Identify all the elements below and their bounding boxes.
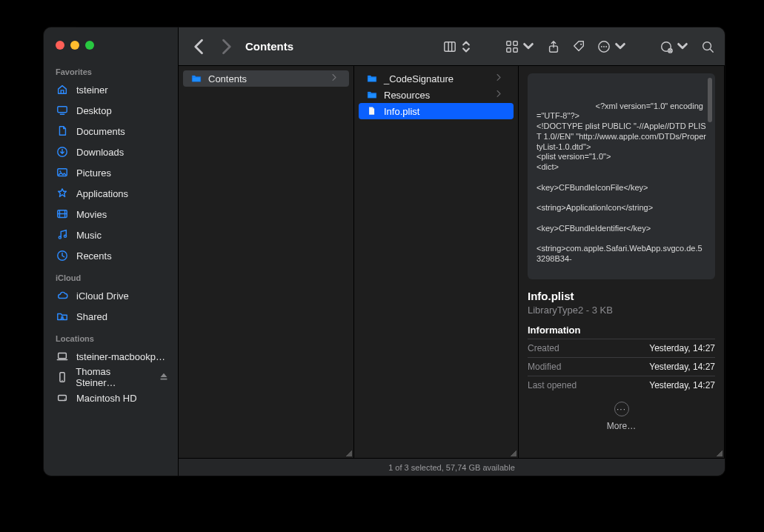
info-value: Yesterday, 14:27 (649, 343, 715, 353)
sidebar-item[interactable]: Pictures (44, 162, 178, 183)
sidebar-item[interactable]: Thomas Steiner… (44, 367, 178, 388)
svg-point-11 (62, 380, 62, 381)
finder-window: FavoriteststeinerDesktopDocumentsDownloa… (44, 27, 725, 476)
folder-row[interactable]: _CodeSignature (359, 70, 514, 87)
svg-point-3 (59, 170, 61, 172)
toolbar: Contents (179, 27, 725, 66)
sidebar-item-label: Applications (76, 188, 128, 199)
download-icon (56, 145, 69, 159)
image-icon (56, 166, 69, 179)
info-row: CreatedYesterday, 14:27 (528, 339, 715, 357)
close-window-button[interactable] (56, 41, 64, 50)
info-key: Modified (528, 362, 561, 372)
sidebar-item[interactable]: Movies (44, 204, 178, 225)
more-label[interactable]: More… (607, 421, 636, 431)
folder-shared-icon (56, 310, 69, 323)
svg-rect-17 (507, 47, 511, 51)
column-2[interactable]: _CodeSignatureResourcesInfo.plist (354, 66, 519, 458)
sidebar-item[interactable]: Recents (44, 245, 178, 266)
group-by-button[interactable] (505, 40, 535, 53)
window-controls (44, 38, 178, 61)
svg-rect-0 (58, 107, 67, 113)
column-view: Contents _CodeSignatureResourcesInfo.pli… (179, 66, 725, 458)
file-subtitle: LibraryType2 - 3 KB (528, 305, 715, 316)
file-preview[interactable]: <?xml version="1.0" encoding="UTF-8"?> <… (528, 73, 715, 279)
sidebar-section-title: Locations (44, 331, 178, 346)
movie-icon (56, 207, 69, 221)
eject-icon[interactable] (158, 370, 170, 384)
svg-point-24 (605, 46, 607, 47)
sidebar-item[interactable]: Shared (44, 306, 178, 327)
sidebar-item[interactable]: Desktop (44, 100, 178, 121)
sidebar-item[interactable]: Documents (44, 121, 178, 142)
info-key: Created (528, 343, 559, 353)
status-text: 1 of 3 selected, 57,74 GB available (388, 463, 515, 472)
row-label: Info.plist (384, 106, 419, 117)
svg-point-5 (59, 236, 61, 239)
info-heading: Information (528, 325, 715, 336)
row-label: Resources (384, 90, 430, 101)
hdd-icon (56, 391, 69, 405)
sidebar: FavoriteststeinerDesktopDocumentsDownloa… (44, 27, 179, 476)
sidebar-item-label: Thomas Steiner… (76, 366, 150, 388)
svg-point-6 (64, 235, 66, 237)
folder-row[interactable]: Contents (183, 70, 349, 87)
sidebar-item[interactable]: Music (44, 225, 178, 245)
chevron-right-icon (330, 73, 342, 84)
file-row[interactable]: Info.plist (359, 103, 514, 119)
row-label: _CodeSignature (384, 73, 454, 84)
sidebar-item[interactable]: tsteiner (44, 79, 178, 100)
sidebar-item[interactable]: Applications (44, 183, 178, 204)
zoom-window-button[interactable] (85, 41, 94, 50)
document-icon (56, 124, 69, 138)
svg-point-13 (64, 399, 65, 399)
sidebar-item[interactable]: iCloud Drive (44, 285, 178, 306)
svg-rect-16 (514, 41, 517, 44)
house-icon (56, 83, 69, 96)
folder-icon (366, 89, 378, 101)
sidebar-item-label: Documents (76, 126, 125, 137)
svg-rect-15 (507, 41, 511, 44)
file-details: Info.plist LibraryType2 - 3 KB Informati… (528, 279, 715, 431)
forward-button[interactable] (216, 36, 236, 57)
info-value: Yesterday, 14:27 (649, 380, 715, 390)
desktop-icon (56, 104, 69, 117)
sidebar-item[interactable]: Macintosh HD (44, 388, 178, 408)
main-area: Contents (179, 27, 725, 476)
sidebar-section-title: iCloud (44, 270, 178, 285)
sidebar-item-label: Music (76, 230, 102, 241)
file-icon (366, 105, 378, 117)
tags-button[interactable] (572, 40, 585, 53)
folder-row[interactable]: Resources (359, 87, 514, 103)
folder-icon (366, 73, 378, 84)
sidebar-item-label: Downloads (76, 147, 124, 158)
svg-rect-14 (445, 41, 455, 51)
minimize-window-button[interactable] (70, 41, 79, 50)
sidebar-item[interactable]: Downloads (44, 142, 178, 162)
view-mode-button[interactable] (443, 40, 473, 53)
preview-scrollbar[interactable] (708, 78, 712, 122)
phone-icon (56, 370, 68, 384)
svg-rect-12 (59, 395, 67, 400)
preview-text: <?xml version="1.0" encoding="UTF-8"?> <… (537, 102, 706, 263)
chevron-right-icon (494, 73, 506, 84)
chevron-right-icon (494, 89, 506, 101)
svg-point-22 (601, 46, 602, 47)
sidebar-item-label: tsteiner-macbookp… (76, 351, 165, 362)
actions-button[interactable] (597, 40, 627, 53)
share-button[interactable] (547, 40, 560, 53)
folder-icon (190, 73, 202, 84)
status-bar: 1 of 3 selected, 57,74 GB available (179, 458, 725, 476)
sidebar-item-label: Pictures (76, 167, 111, 179)
svg-rect-9 (59, 353, 67, 359)
sidebar-item[interactable]: tsteiner-macbookp… (44, 346, 178, 367)
back-button[interactable] (189, 36, 210, 57)
connect-button[interactable] (660, 40, 689, 53)
clock-icon (56, 249, 69, 262)
sidebar-item-label: Shared (76, 311, 107, 322)
more-actions-button[interactable]: ··· (614, 402, 629, 416)
search-button[interactable] (701, 40, 714, 53)
info-row: Last openedYesterday, 14:27 (528, 376, 715, 394)
cloud-icon (56, 289, 69, 302)
column-1[interactable]: Contents (179, 66, 354, 458)
